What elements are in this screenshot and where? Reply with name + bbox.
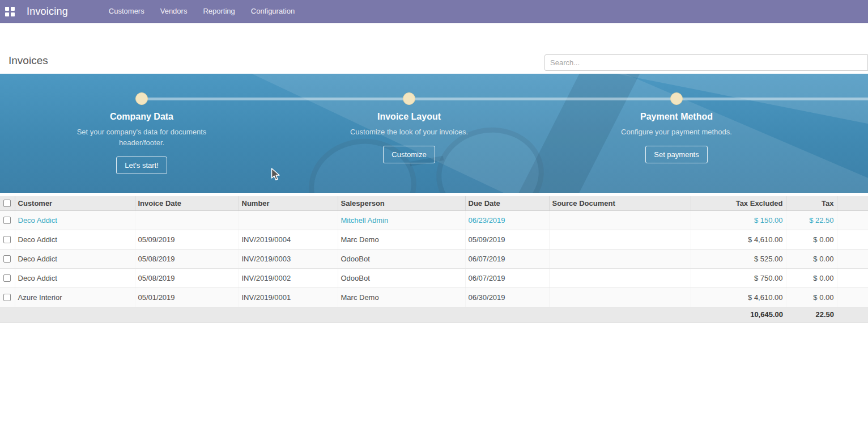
cell-source-document	[549, 268, 691, 288]
step-title: Company Data	[40, 112, 244, 122]
table-row[interactable]: Deco Addict 05/09/2019 INV/2019/0004 Mar…	[0, 230, 868, 249]
column-header-invoice-date[interactable]: Invoice Date	[135, 196, 239, 210]
top-navbar: Invoicing Customers Vendors Reporting Co…	[0, 0, 868, 23]
cell-due-date: 06/23/2019	[465, 210, 549, 230]
column-header-salesperson[interactable]: Salesperson	[338, 196, 465, 210]
row-checkbox[interactable]	[3, 255, 11, 263]
column-header-source-document[interactable]: Source Document	[549, 196, 691, 210]
cell-customer: Deco Addict	[15, 249, 135, 268]
onboarding-banner: Company Data Set your company's data for…	[0, 74, 868, 193]
table-header-row: Customer Invoice Date Number Salesperson…	[0, 196, 868, 210]
cell-due-date: 06/07/2019	[465, 249, 549, 268]
nav-item-configuration[interactable]: Configuration	[243, 0, 303, 23]
control-panel: Invoices + Create Import Filters Group B…	[0, 23, 868, 74]
cell-source-document	[549, 230, 691, 249]
select-all-header	[0, 196, 15, 210]
cell-due-date: 06/30/2019	[465, 288, 549, 307]
step-dot	[670, 92, 683, 105]
cell-tax: $ 0.00	[786, 268, 837, 288]
cell-invoice-date	[135, 210, 239, 230]
table-row[interactable]: Deco Addict Mitchell Admin 06/23/2019 $ …	[0, 210, 868, 230]
total-tax: 22.50	[786, 307, 837, 322]
cell-number: INV/2019/0003	[239, 249, 338, 268]
row-checkbox[interactable]	[3, 294, 11, 301]
invoicing-app-window: Invoicing Customers Vendors Reporting Co…	[0, 0, 868, 427]
nav-menu: Customers Vendors Reporting Configuratio…	[101, 0, 303, 23]
cell-due-date: 05/09/2019	[465, 230, 549, 249]
table-totals-row: 10,645.00 22.50	[0, 307, 868, 322]
cell-source-document	[549, 249, 691, 268]
cell-customer: Deco Addict	[15, 230, 135, 249]
cell-number: INV/2019/0004	[239, 230, 338, 249]
invoice-table: Customer Invoice Date Number Salesperson…	[0, 196, 868, 323]
onboarding-step-payment-method: Payment Method Configure your payment me…	[575, 112, 778, 163]
nav-item-vendors[interactable]: Vendors	[152, 0, 195, 23]
cell-salesperson: Mitchell Admin	[338, 210, 465, 230]
cell-salesperson: OdooBot	[338, 268, 465, 288]
cell-invoice-date: 05/09/2019	[135, 230, 239, 249]
cell-customer: Deco Addict	[15, 268, 135, 288]
cell-tax-excluded: $ 525.00	[691, 249, 786, 268]
select-all-checkbox[interactable]	[3, 200, 11, 207]
set-payments-button[interactable]: Set payments	[645, 146, 708, 163]
cell-source-document	[549, 288, 691, 307]
cell-invoice-date: 05/01/2019	[135, 288, 239, 307]
cell-customer: Deco Addict	[15, 210, 135, 230]
invoice-list: Customer Invoice Date Number Salesperson…	[0, 196, 868, 323]
step-description: Set your company's data for documents he…	[71, 126, 212, 148]
cell-customer: Azure Interior	[15, 288, 135, 307]
cell-salesperson: OdooBot	[338, 249, 465, 268]
nav-item-reporting[interactable]: Reporting	[195, 0, 242, 23]
step-description: Configure your payment methods.	[606, 126, 747, 137]
column-header-customer[interactable]: Customer	[15, 196, 135, 210]
onboarding-step-invoice-layout: Invoice Layout Customize the look of you…	[307, 112, 511, 163]
cell-tax-excluded: $ 4,610.00	[691, 288, 786, 307]
total-tax-excluded: 10,645.00	[691, 307, 786, 322]
column-header-number[interactable]: Number	[239, 196, 338, 210]
cell-tax-excluded: $ 4,610.00	[691, 230, 786, 249]
customize-button[interactable]: Customize	[383, 146, 435, 163]
table-row[interactable]: Azure Interior 05/01/2019 INV/2019/0001 …	[0, 288, 868, 307]
table-row[interactable]: Deco Addict 05/08/2019 INV/2019/0003 Odo…	[0, 249, 868, 268]
apps-menu-icon[interactable]	[5, 7, 15, 16]
step-title: Invoice Layout	[307, 112, 511, 122]
cell-tax: $ 22.50	[786, 210, 837, 230]
row-checkbox[interactable]	[3, 236, 11, 243]
table-row[interactable]: Deco Addict 05/08/2019 INV/2019/0002 Odo…	[0, 268, 868, 288]
column-header-due-date[interactable]: Due Date	[465, 196, 549, 210]
step-dot	[403, 92, 415, 105]
column-header-tax-excluded[interactable]: Tax Excluded	[691, 196, 786, 210]
onboarding-progress-line	[142, 98, 868, 100]
cell-source-document	[549, 210, 691, 230]
lets-start-button[interactable]: Let's start!	[116, 157, 167, 174]
onboarding-step-company-data: Company Data Set your company's data for…	[40, 112, 244, 174]
cell-invoice-date: 05/08/2019	[135, 249, 239, 268]
cell-invoice-date: 05/08/2019	[135, 268, 239, 288]
step-description: Customize the look of your invoices.	[338, 126, 480, 137]
cell-tax-excluded: $ 150.00	[691, 210, 786, 230]
cell-salesperson: Marc Demo	[338, 230, 465, 249]
nav-item-customers[interactable]: Customers	[101, 0, 152, 23]
cell-tax: $ 0.00	[786, 249, 837, 268]
page-title: Invoices	[8, 54, 48, 67]
row-checkbox[interactable]	[3, 217, 11, 224]
cell-number	[239, 210, 338, 230]
cell-tax: $ 0.00	[786, 288, 837, 307]
app-name[interactable]: Invoicing	[27, 6, 68, 18]
cell-tax: $ 0.00	[786, 230, 837, 249]
cell-due-date: 06/07/2019	[465, 268, 549, 288]
cell-salesperson: Marc Demo	[338, 288, 465, 307]
cell-tax-excluded: $ 750.00	[691, 268, 786, 288]
step-title: Payment Method	[575, 112, 778, 122]
step-dot	[135, 92, 148, 105]
cell-number: INV/2019/0001	[239, 288, 338, 307]
column-header-spacer	[837, 196, 868, 210]
row-checkbox[interactable]	[3, 274, 11, 282]
column-header-tax[interactable]: Tax	[786, 196, 837, 210]
cell-number: INV/2019/0002	[239, 268, 338, 288]
search-input[interactable]	[544, 54, 868, 71]
